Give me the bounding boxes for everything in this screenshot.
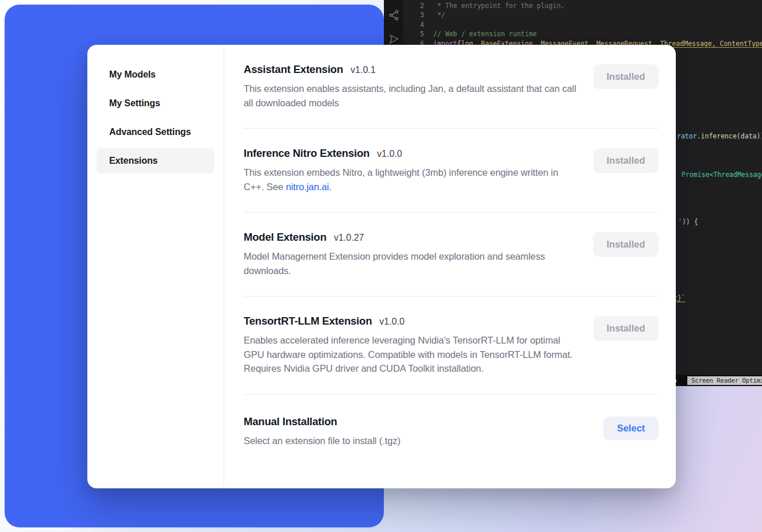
code-token: '	[678, 218, 682, 226]
nitro-jan-ai-link[interactable]: nitro.jan.ai.	[286, 182, 331, 192]
code-token: * The entrypoint for the plugin.	[437, 1, 565, 10]
code-token: (data));	[737, 132, 762, 140]
code-token	[433, 10, 437, 20]
code-token	[433, 1, 437, 10]
manual-installation-row: Manual Installation Select an extension …	[244, 395, 659, 467]
code-token: */	[437, 10, 445, 20]
code-line: 4	[403, 20, 762, 29]
extension-version: v1.0.27	[334, 233, 364, 243]
installed-button[interactable]: Installed	[593, 148, 659, 173]
extension-description: This extension enables assistants, inclu…	[244, 82, 580, 110]
extension-name: Assistant Extension	[244, 63, 343, 76]
code-token: rator.	[677, 132, 701, 140]
code-area: 2 * The entrypoint for the plugin. 3 */ …	[403, 1, 762, 48]
extension-row-nitro: Inference Nitro Extension v1.0.0 This ex…	[244, 129, 659, 213]
installed-button[interactable]: Installed	[593, 316, 659, 341]
extension-name: Model Extension	[244, 231, 326, 244]
extension-description: Model Management Extension provides mode…	[244, 249, 580, 277]
extension-row-model: Model Extension v1.0.27 Model Management…	[244, 213, 659, 296]
extension-version: v1.0.0	[377, 149, 402, 159]
code-line: 2 * The entrypoint for the plugin.	[403, 1, 762, 10]
extension-name: TensortRT-LLM Extension	[244, 315, 372, 327]
sidebar-item-advanced-settings[interactable]: Advanced Settings	[97, 119, 214, 145]
extension-version: v1.0.0	[379, 317, 405, 327]
settings-sidebar: My Models My Settings Advanced Settings …	[87, 45, 224, 488]
screen-reader-chip: Screen Reader Optimize	[687, 376, 762, 385]
extensions-panel: Assistant Extension v1.0.1 This extensio…	[224, 45, 676, 488]
code-fragment: ')) {	[678, 218, 698, 226]
extension-description: Enables accelerated inference leveraging…	[244, 333, 580, 376]
extension-description: This extension embeds Nitro, a lightweig…	[244, 165, 580, 194]
extension-row-tensorrt: TensortRT-LLM Extension v1.0.0 Enables a…	[244, 296, 659, 395]
sidebar-item-extensions[interactable]: Extensions	[97, 148, 214, 174]
extension-version: v1.0.1	[351, 65, 376, 75]
line-number: 5	[403, 29, 424, 38]
manual-installation-title: Manual Installation	[244, 415, 337, 428]
code-fragment: Promise<ThreadMessage>	[682, 171, 762, 179]
line-number: 2	[403, 1, 424, 10]
extension-name: Inference Nitro Extension	[244, 147, 370, 160]
code-line: 3 */	[403, 10, 762, 20]
code-fragment: rator.inference(data));	[677, 132, 762, 140]
share-icon	[388, 9, 400, 23]
extension-row-assistant: Assistant Extension v1.0.1 This extensio…	[244, 45, 659, 129]
page-canvas: 2 * The entrypoint for the plugin. 3 */ …	[0, 0, 762, 532]
installed-button[interactable]: Installed	[593, 64, 659, 89]
settings-modal: My Models My Settings Advanced Settings …	[87, 45, 676, 488]
sidebar-item-my-settings[interactable]: My Settings	[97, 91, 214, 116]
code-token: // Web / extension runtime	[433, 29, 537, 38]
code-line: 5 // Web / extension runtime	[403, 29, 762, 38]
code-token: inference	[701, 132, 737, 140]
sidebar-item-my-models[interactable]: My Models	[97, 62, 214, 87]
select-file-button[interactable]: Select	[603, 417, 659, 440]
code-token: )) {	[682, 218, 698, 226]
line-number: 4	[403, 20, 424, 29]
installed-button[interactable]: Installed	[593, 232, 659, 257]
manual-installation-description: Select an extension file to install (.tg…	[244, 434, 401, 448]
line-number: 3	[403, 10, 424, 20]
